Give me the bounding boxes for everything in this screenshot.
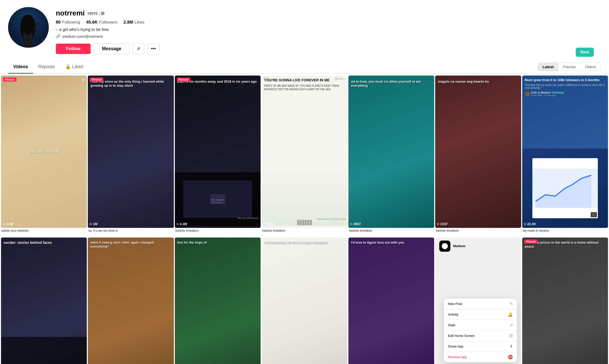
video-card-r3[interactable]: live for the hope of remi ;⊕ 2 min read … — [175, 238, 261, 364]
tab-videos[interactable]: Videos — [8, 61, 33, 74]
video-caption: article reco #articles — [1, 228, 87, 233]
pinned-tag: Pinned — [177, 78, 190, 82]
action-row: Follow Message ⇗ ••• — [56, 43, 601, 54]
tabs-row: Videos Reposts 🔒 Liked Latest Popular Ol… — [0, 60, 609, 74]
tab-liked[interactable]: 🔒 Liked — [60, 60, 88, 74]
stats-row: 80 Following 45.6K Followers 2.8M Likes — [56, 20, 601, 25]
filter-latest[interactable]: Latest — [538, 63, 558, 71]
video-card-v4[interactable]: YOU'RE GONNA LIVE FOREVER IN ME PARTS OF… — [262, 76, 347, 233]
menu-item-stats[interactable]: Stats ↗ — [444, 320, 517, 330]
video-card-r7[interactable]: Pinned the worst prison in the world is … — [522, 238, 608, 364]
profile-section: notrremi remi ;⊕ 80 Following 45.6K Foll… — [0, 0, 609, 54]
play-count: ▷3919 — [264, 222, 274, 226]
pinned-tag: Pinned — [524, 240, 538, 244]
video-caption: we made it! #article — [522, 228, 608, 233]
video-caption: #article #medium — [435, 228, 521, 233]
video-caption: #article #medium — [175, 228, 261, 233]
video-card-v3[interactable]: Pinned 2025 is six months away, and 2018… — [175, 76, 261, 233]
pinned-tag: Pinned — [90, 78, 103, 82]
play-count: ▷22.3K — [524, 222, 536, 226]
more-button[interactable]: ••• — [147, 43, 160, 54]
more-icon: ••• — [151, 46, 156, 51]
link-icon: 🔗 — [56, 34, 61, 39]
username: notrremi — [56, 9, 85, 17]
new-badge[interactable]: New — [576, 48, 594, 57]
video-card-r6[interactable]: Medium New Post ✎ Activity 🔔 — [435, 238, 521, 364]
video-card-r5[interactable]: i'd love to figure love out with you rem… — [348, 238, 434, 364]
video-grid-row1: Pinned ⊞ articles i've read ▷2.5M articl… — [0, 74, 609, 233]
filter-popular[interactable]: Popular — [558, 63, 581, 71]
share-button[interactable]: ⇗ — [133, 43, 144, 54]
play-count: ▷2157 — [437, 222, 448, 226]
message-button[interactable]: Message — [94, 43, 130, 54]
video-card-r4[interactable]: unfortunately, i'm the youngest daughter… — [262, 238, 347, 364]
following-stat: 80 Following — [56, 20, 80, 25]
filter-oldest[interactable]: Oldest — [581, 63, 601, 71]
video-card-v7[interactable]: Remi grew from 0 to 168k followers in 3 … — [522, 76, 608, 233]
video-caption: #article #medium — [348, 228, 434, 233]
play-count: ▷2.4M — [177, 222, 187, 226]
video-card-v6[interactable]: magulo na naman ang kwarto ko ▷2157 #art… — [435, 76, 521, 233]
menu-item-activity[interactable]: Activity 🔔 — [444, 309, 517, 320]
pinned-tag: Pinned — [3, 78, 16, 82]
video-card-r2[interactable]: what if seeing each other again changed … — [88, 238, 174, 364]
likes-stat: 2.8M Likes — [124, 20, 144, 25]
menu-item-new-post[interactable]: New Post ✎ — [444, 298, 517, 309]
profile-name-row: notrremi remi ;⊕ — [56, 9, 601, 17]
bio: – a girl who's trying to be free — [56, 27, 601, 32]
avatar — [8, 7, 49, 48]
video-grid-row2: sonder: stories behind faces remi ;⊕ 3 m… — [0, 235, 609, 364]
tab-reposts[interactable]: Reposts — [33, 61, 60, 74]
play-count: ▷3937 — [350, 222, 361, 226]
video-card-v1[interactable]: Pinned ⊞ articles i've read ▷2.5M articl… — [1, 76, 87, 233]
video-caption: so, if u are too tired to — [88, 228, 174, 233]
menu-item-share-app[interactable]: Share App ⬆ — [444, 341, 517, 352]
play-count: ▷1M — [90, 222, 97, 226]
menu-item-remove-app[interactable]: Remove App ⛔ — [444, 352, 517, 362]
share-icon: ⇗ — [137, 46, 140, 51]
followers-stat: 45.6K Followers — [86, 20, 117, 25]
image-icon: ⊞ — [82, 78, 85, 82]
profile-info: notrremi remi ;⊕ 80 Following 45.6K Foll… — [56, 7, 601, 54]
video-card-v5[interactable]: nd to heal, you must rst allow yourself … — [348, 76, 434, 233]
lock-icon: 🔒 — [65, 64, 71, 69]
display-name: remi ;⊕ — [88, 10, 105, 16]
menu-item-edit-home-screen[interactable]: Edit Home Screen ☰ — [444, 330, 517, 341]
video-card-v2[interactable]: Pinned i lost my voice as the only thing… — [88, 76, 174, 233]
video-caption: #article #medium — [262, 228, 347, 233]
play-count: ▷2.5M — [3, 222, 13, 226]
follow-button[interactable]: Follow — [56, 44, 91, 54]
profile-link[interactable]: 🔗 medium.com/@notrremi — [56, 34, 601, 39]
filter-group: Latest Popular Oldest — [538, 63, 601, 71]
video-card-r1[interactable]: sonder: stories behind faces remi ;⊕ 3 m… — [1, 238, 87, 364]
